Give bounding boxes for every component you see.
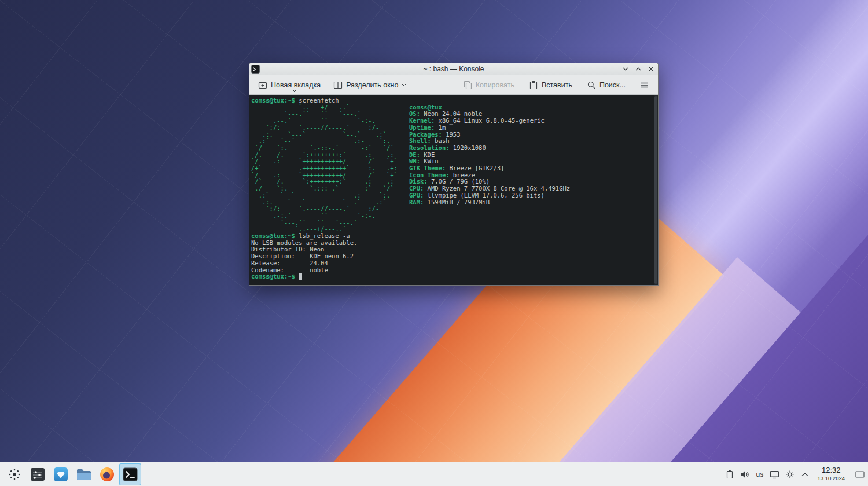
expand-tray-button[interactable] xyxy=(798,466,811,483)
app-launcher-icon xyxy=(8,467,21,481)
close-icon xyxy=(648,65,654,72)
terminal-line: comss@tux:~$screenfetch xyxy=(251,97,652,104)
sysinfo: comss@tuxOS: Neon 24.04 nobleKernel: x86… xyxy=(409,104,570,206)
close-button[interactable] xyxy=(646,65,655,74)
terminal[interactable]: comss@tux:~$screenfetch `..---+/---..` `… xyxy=(249,95,658,285)
firefox-button[interactable] xyxy=(96,463,118,485)
titlebar[interactable]: ~ : bash — Konsole xyxy=(249,63,658,75)
konsole-window: ~ : bash — Konsole Новая вкладка xyxy=(249,63,659,286)
peek-desktop-icon xyxy=(855,471,865,478)
konsole-window-icon xyxy=(251,65,260,74)
copy-icon xyxy=(463,81,472,90)
clock-date: 13.10.2024 xyxy=(817,474,845,483)
terminal-cursor xyxy=(299,273,302,280)
window-title: ~ : bash — Konsole xyxy=(249,65,658,73)
chevron-down-icon xyxy=(292,89,297,92)
new-tab-button[interactable]: Новая вкладка xyxy=(255,78,323,92)
taskbar: us 12:32 13.10.2024 xyxy=(0,462,868,486)
app-launcher-button[interactable] xyxy=(3,463,25,485)
chevron-up-icon xyxy=(801,472,809,477)
search-icon xyxy=(587,81,596,90)
night-color-icon xyxy=(785,470,795,479)
night-color-tray-button[interactable] xyxy=(783,466,796,483)
terminal-prompt-line: comss@tux:~$ xyxy=(251,273,652,280)
chevron-down-icon xyxy=(402,83,406,86)
terminal-line: comss@tux:~$lsb_release -a xyxy=(251,233,652,240)
copy-button[interactable]: Копировать xyxy=(460,78,517,92)
chevron-down-icon xyxy=(622,65,629,72)
konsole-icon xyxy=(123,467,138,482)
scrollbar-handle[interactable] xyxy=(654,96,657,284)
neon-ascii-art: `..---+/---..` `---.`` `` `---.` .--.` `… xyxy=(251,104,409,233)
screenfetch-output: `..---+/---..` `---.`` `` `---.` .--.` `… xyxy=(251,104,652,233)
command-screenfetch: screenfetch xyxy=(295,97,339,104)
konsole-task-button[interactable] xyxy=(119,463,141,485)
search-label: Поиск... xyxy=(599,81,626,89)
keyboard-layout-button[interactable]: us xyxy=(753,466,766,483)
file-manager-button[interactable] xyxy=(73,463,95,485)
volume-icon xyxy=(740,470,749,479)
minimize-button[interactable] xyxy=(621,65,630,74)
discover-button[interactable] xyxy=(50,463,72,485)
clipboard-icon xyxy=(725,470,734,479)
folder-icon xyxy=(76,467,92,481)
hamburger-menu-icon xyxy=(640,81,649,90)
paste-button[interactable]: Вставить xyxy=(526,78,575,92)
clipboard-tray-button[interactable] xyxy=(723,466,736,483)
discover-icon xyxy=(53,467,68,482)
volume-tray-button[interactable] xyxy=(738,466,751,483)
clock[interactable]: 12:32 13.10.2024 xyxy=(817,466,845,483)
toolbar: Новая вкладка Разделить окно Копировать … xyxy=(249,75,658,95)
display-tray-button[interactable] xyxy=(768,466,781,483)
display-icon xyxy=(770,470,779,479)
copy-label: Копировать xyxy=(476,81,514,89)
terminal-scrollbar[interactable] xyxy=(654,95,658,285)
system-settings-button[interactable] xyxy=(27,463,49,485)
chevron-up-icon xyxy=(635,65,642,72)
settings-sliders-icon xyxy=(30,467,45,482)
split-window-button[interactable]: Разделить окно xyxy=(330,78,409,92)
clock-time: 12:32 xyxy=(817,466,845,474)
lsb-output: No LSB modules are available. Distributo… xyxy=(251,240,652,274)
paste-label: Вставить xyxy=(542,81,572,89)
keyboard-layout-label: us xyxy=(756,470,764,478)
hamburger-menu-button[interactable] xyxy=(637,78,652,92)
sysinfo-line: RAM: 1594MiB / 7937MiB xyxy=(409,199,570,206)
system-tray: us xyxy=(723,466,811,483)
firefox-icon xyxy=(100,467,115,482)
command-lsb-release: lsb_release -a xyxy=(295,232,350,239)
split-window-label: Разделить окно xyxy=(346,81,398,89)
peek-desktop-button[interactable] xyxy=(851,462,868,486)
new-tab-icon xyxy=(258,81,267,90)
maximize-button[interactable] xyxy=(634,65,642,74)
new-tab-label: Новая вкладка xyxy=(271,81,321,89)
search-button[interactable]: Поиск... xyxy=(584,78,628,92)
paste-icon xyxy=(529,81,538,90)
split-window-icon xyxy=(333,81,343,90)
